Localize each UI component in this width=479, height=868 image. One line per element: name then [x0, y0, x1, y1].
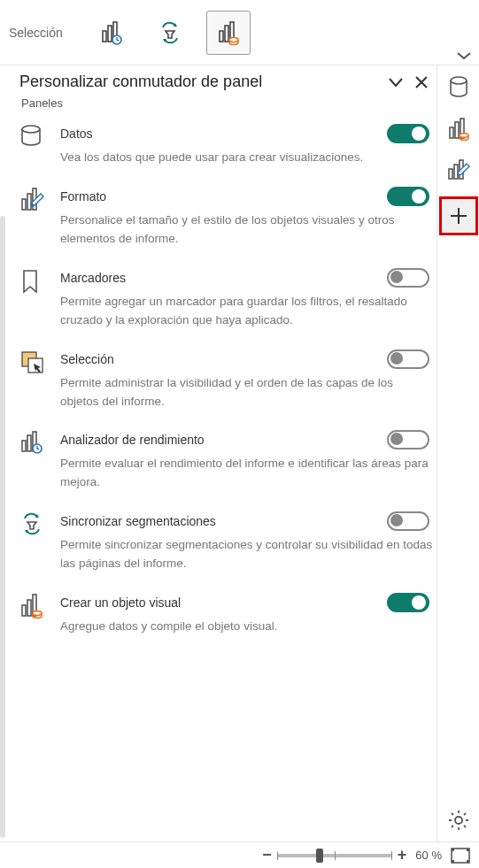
item-label: Formato	[60, 189, 387, 204]
item-label: Analizador de rendimiento	[60, 433, 387, 447]
panel-item-formato: Formato Personalice el tamaño y el estil…	[19, 187, 435, 249]
svg-point-26	[460, 134, 468, 138]
fit-to-page-icon[interactable]	[451, 848, 470, 864]
toggle-sincronizar[interactable]	[387, 511, 429, 531]
performance-icon	[19, 430, 60, 492]
customize-panel: Personalizar conmutador de panel Paneles	[0, 65, 437, 841]
item-label: Marcadores	[60, 271, 387, 285]
svg-rect-24	[455, 122, 459, 138]
scroll-track[interactable]	[0, 216, 5, 838]
svg-rect-33	[467, 849, 469, 851]
item-desc: Agregue datos y compile el objeto visual…	[60, 618, 435, 636]
sync-icon	[19, 511, 60, 573]
sync-slicers-icon[interactable]	[148, 11, 192, 55]
panel-item-marcadores: Marcadores Permite agregar un marcador p…	[19, 268, 435, 330]
svg-point-7	[229, 37, 238, 42]
panel-item-crear: Crear un objeto visual Agregue datos y c…	[19, 593, 435, 636]
rail-settings-icon[interactable]	[441, 803, 476, 838]
collapse-icon[interactable]	[387, 74, 405, 90]
rail-build-visual-icon[interactable]	[441, 111, 476, 147]
close-icon[interactable]	[413, 74, 429, 90]
svg-rect-0	[103, 31, 106, 42]
svg-point-30	[455, 817, 462, 824]
zoom-slider[interactable]	[277, 854, 392, 857]
panel-item-analizador: Analizador de rendimiento Permite evalua…	[19, 430, 435, 492]
svg-rect-4	[220, 31, 223, 42]
item-desc: Permite sincronizar segmentaciones y con…	[60, 536, 435, 573]
item-desc: Permite administrar la visibilidad y el …	[60, 374, 435, 411]
svg-rect-18	[22, 605, 26, 616]
format-icon	[19, 187, 60, 249]
svg-rect-10	[27, 194, 31, 210]
svg-rect-15	[27, 435, 31, 451]
toggle-analizador[interactable]	[387, 430, 429, 449]
svg-rect-5	[225, 26, 228, 42]
toggle-formato[interactable]	[387, 187, 429, 206]
toggle-datos[interactable]	[387, 124, 429, 143]
toolbar-icon-group	[89, 11, 251, 55]
item-label: Sincronizar segmentaciones	[60, 514, 387, 528]
rail-data-icon[interactable]	[441, 71, 476, 106]
panel-item-datos: Datos Vea los datos que puede usar para …	[19, 124, 435, 167]
svg-point-21	[33, 611, 42, 616]
svg-rect-23	[450, 127, 453, 138]
panel-item-seleccion: Selección Permite administrar la visibil…	[19, 350, 435, 411]
svg-point-8	[22, 126, 40, 133]
zoom-control: − +	[262, 846, 406, 864]
svg-rect-32	[452, 849, 454, 851]
rail-format-icon[interactable]	[441, 152, 476, 188]
zoom-in-button[interactable]: +	[398, 846, 407, 864]
panel-subtitle: Paneles	[21, 96, 435, 110]
item-label: Selección	[60, 352, 387, 366]
zoom-value: 60 %	[415, 849, 442, 862]
toolbar-expand-chevron[interactable]	[456, 50, 472, 61]
item-desc: Vea los datos que puede usar para crear …	[60, 149, 435, 167]
toggle-crear[interactable]	[387, 593, 429, 612]
toggle-marcadores[interactable]	[387, 268, 429, 288]
item-label: Datos	[60, 127, 387, 141]
top-toolbar: Selección	[0, 0, 479, 65]
svg-rect-1	[108, 26, 112, 42]
right-rail	[437, 65, 479, 841]
build-visual-icon[interactable]	[206, 11, 251, 55]
item-desc: Personalice el tamaño y el estilo de los…	[60, 211, 435, 249]
svg-rect-34	[452, 860, 454, 863]
svg-rect-35	[467, 860, 469, 863]
svg-rect-9	[22, 199, 26, 210]
svg-point-22	[451, 77, 467, 84]
item-desc: Permite agregar un marcador para guardar…	[60, 293, 435, 330]
item-label: Crear un objeto visual	[60, 595, 387, 610]
rail-add-button[interactable]	[439, 196, 478, 235]
svg-rect-19	[27, 600, 31, 616]
svg-rect-27	[449, 169, 452, 179]
toggle-seleccion[interactable]	[387, 350, 429, 369]
build-visual-panel-icon	[19, 593, 60, 636]
performance-analyzer-icon[interactable]	[89, 11, 134, 55]
panel-item-sincronizar: Sincronizar segmentaciones Permite sincr…	[19, 511, 435, 573]
selection-icon	[19, 350, 60, 411]
toolbar-selection-label: Selección	[9, 26, 63, 40]
data-icon	[19, 124, 60, 167]
svg-rect-28	[454, 165, 458, 179]
bookmark-icon	[19, 268, 60, 330]
status-bar: − + 60 %	[0, 841, 479, 868]
zoom-out-button[interactable]: −	[262, 846, 272, 864]
svg-rect-14	[22, 441, 26, 451]
item-desc: Permite evaluar el rendimiento del infor…	[60, 455, 435, 492]
panel-title: Personalizar conmutador de panel	[19, 73, 387, 91]
